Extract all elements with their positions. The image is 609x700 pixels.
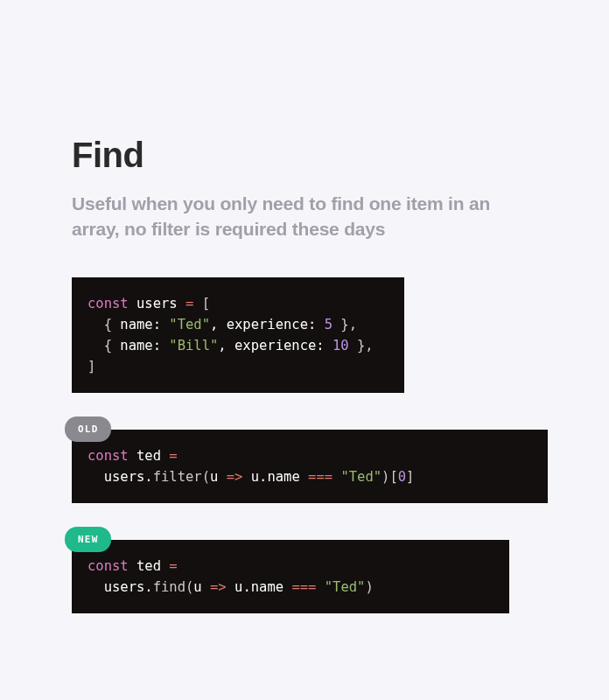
page-subtitle: Useful when you only need to find one it… [72, 191, 536, 242]
code-line: users.find(u => u.name === "Ted") [88, 577, 494, 598]
content-container: Find Useful when you only need to find o… [0, 0, 609, 613]
code-line: { name: "Ted", experience: 5 }, [88, 314, 388, 335]
code-line: users.filter(u => u.name === "Ted")[0] [88, 466, 532, 487]
code-line: const ted = [88, 556, 494, 577]
code-block-old: OLD const ted = users.filter(u => u.name… [72, 430, 548, 503]
code-line: const ted = [88, 445, 532, 466]
badge-old: OLD [65, 416, 111, 442]
code-block-new: NEW const ted = users.find(u => u.name =… [72, 540, 509, 613]
badge-new: NEW [65, 527, 111, 552]
code-line: const users = [ [88, 293, 388, 314]
code-block-setup: const users = [ { name: "Ted", experienc… [72, 277, 404, 393]
code-line: { name: "Bill", experience: 10 }, [88, 335, 388, 356]
page-title: Find [72, 136, 537, 175]
code-line: ] [88, 356, 388, 377]
